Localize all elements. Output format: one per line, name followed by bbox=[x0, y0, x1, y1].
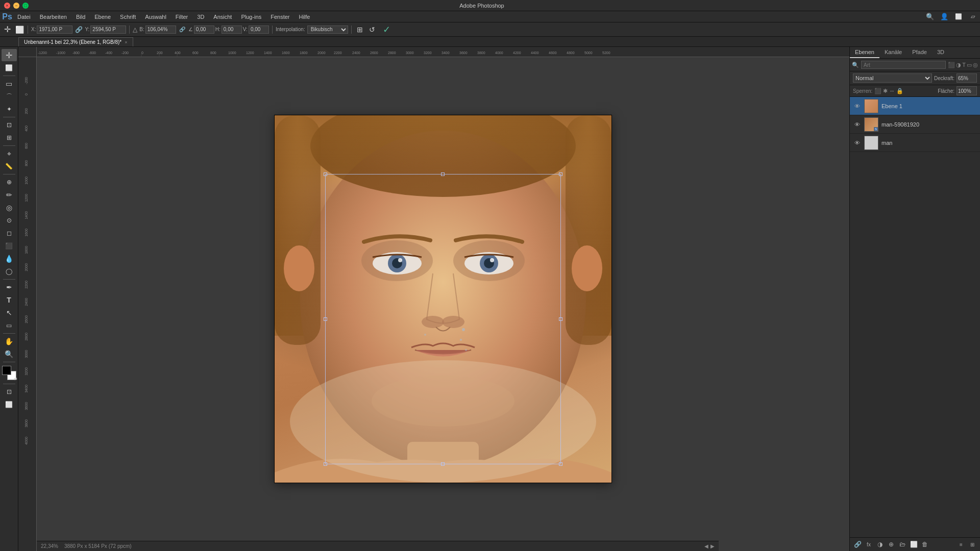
minimize-panel-icon[interactable]: ▱ bbox=[968, 12, 978, 22]
shape-tool[interactable]: ▭ bbox=[2, 319, 17, 332]
lock-all-icon[interactable]: 🔒 bbox=[896, 88, 903, 94]
frame-tool[interactable]: ⊞ bbox=[2, 132, 17, 144]
close-button[interactable]: × bbox=[4, 3, 10, 9]
screen-mode-tool[interactable]: ⬜ bbox=[2, 398, 17, 411]
panel-settings-icon[interactable]: ≡ bbox=[957, 540, 966, 549]
eyedropper-tool[interactable]: ⌖ bbox=[2, 147, 17, 160]
interpolation-select[interactable]: Bikubisch bbox=[307, 26, 348, 34]
menu-hilfe[interactable]: Hilfe bbox=[295, 13, 314, 21]
opacity-input[interactable] bbox=[957, 73, 977, 83]
pen-tool[interactable]: ✒ bbox=[2, 281, 17, 293]
filter-shape-icon[interactable]: ▭ bbox=[967, 62, 972, 68]
photoshop-canvas[interactable] bbox=[275, 115, 611, 483]
svg-text:1200: 1200 bbox=[24, 194, 28, 202]
rotation-input[interactable] bbox=[194, 26, 214, 34]
add-style-icon[interactable]: fx bbox=[864, 540, 873, 549]
x-input[interactable] bbox=[37, 26, 72, 34]
tab-3d[interactable]: 3D bbox=[932, 47, 949, 58]
tab-ebenen[interactable]: Ebenen bbox=[850, 47, 879, 58]
lock-aspect-icon[interactable]: 🔗 bbox=[177, 24, 187, 35]
zoom-tool[interactable]: 🔍 bbox=[2, 348, 17, 360]
path-select-tool[interactable]: ↖ bbox=[2, 307, 17, 319]
dodge-tool[interactable]: ◯ bbox=[2, 265, 17, 278]
brush-tool[interactable]: ✏ bbox=[2, 189, 17, 201]
menu-datei[interactable]: Datei bbox=[13, 13, 35, 21]
profile-icon[interactable]: 👤 bbox=[939, 12, 949, 22]
crop-tool[interactable]: ⊡ bbox=[2, 119, 17, 131]
layer-visibility-ebene1[interactable]: 👁 bbox=[853, 102, 861, 110]
menu-bild[interactable]: Bild bbox=[72, 13, 89, 21]
layer-item-man59[interactable]: 👁 S man-59081920 bbox=[850, 115, 980, 134]
marquee-tool[interactable]: ▭ bbox=[2, 78, 17, 90]
link-layers-icon[interactable]: 🔗 bbox=[853, 540, 862, 549]
layer-visibility-man59[interactable]: 👁 bbox=[853, 120, 861, 129]
color-swatches[interactable]: ⇄ bbox=[2, 366, 16, 380]
confirm-transform-button[interactable]: ✓ bbox=[381, 24, 393, 35]
nav-arrow-left[interactable]: ◀ bbox=[704, 543, 708, 549]
menu-ansicht[interactable]: Ansicht bbox=[209, 13, 236, 21]
layers-search-input[interactable] bbox=[861, 61, 946, 69]
wand-tool[interactable]: ✦ bbox=[2, 103, 17, 115]
lock-position-icon[interactable]: ✱ bbox=[883, 88, 888, 94]
new-adjustment-icon[interactable]: ⊕ bbox=[887, 540, 896, 549]
fill-input[interactable] bbox=[957, 86, 977, 95]
menu-3d[interactable]: 3D bbox=[193, 13, 208, 21]
menu-bearbeiten[interactable]: Bearbeiten bbox=[36, 13, 71, 21]
delete-layer-icon[interactable]: 🗑 bbox=[920, 540, 929, 549]
tab-close-button[interactable]: × bbox=[125, 40, 127, 45]
search-ui-icon[interactable]: 🔍 bbox=[925, 12, 935, 22]
text-tool[interactable]: T bbox=[2, 294, 17, 306]
filter-type-icon[interactable]: T bbox=[962, 62, 966, 68]
menu-plugins[interactable]: Plug-ins bbox=[237, 13, 265, 21]
heal-tool[interactable]: ⊕ bbox=[2, 176, 17, 188]
hand-tool[interactable]: ✋ bbox=[2, 335, 17, 347]
lasso-tool[interactable]: ⌒ bbox=[2, 90, 17, 103]
fill-tool[interactable]: ⬛ bbox=[2, 240, 17, 252]
ruler-tool[interactable]: 📏 bbox=[2, 160, 17, 172]
menu-schrift[interactable]: Schrift bbox=[116, 13, 140, 21]
y-input[interactable] bbox=[90, 26, 126, 34]
layer-visibility-man[interactable]: 👁 bbox=[853, 139, 861, 147]
filter-adjust-icon[interactable]: ◑ bbox=[956, 62, 961, 68]
menu-ebene[interactable]: Ebene bbox=[90, 13, 115, 21]
layer-item-ebene1[interactable]: 👁 Ebene 1 bbox=[850, 97, 980, 115]
blur-tool[interactable]: 💧 bbox=[2, 253, 17, 265]
menu-auswahl[interactable]: Auswahl bbox=[141, 13, 170, 21]
filter-smart-icon[interactable]: ◎ bbox=[973, 62, 978, 68]
tab-pfade[interactable]: Pfade bbox=[907, 47, 932, 58]
win-controls[interactable]: × − □ bbox=[4, 3, 29, 9]
foreground-color-swatch[interactable] bbox=[2, 366, 11, 375]
artboard-tool[interactable]: ⬜ bbox=[2, 62, 17, 74]
layer-mode-select[interactable]: Normal bbox=[853, 73, 932, 83]
move-tool[interactable]: ✛ bbox=[2, 49, 17, 61]
document-tab[interactable]: Unbenannt-1 bei 22,3% (Ebene 1, RGB/8)* … bbox=[18, 37, 133, 46]
menu-fenster[interactable]: Fenster bbox=[266, 13, 293, 21]
reset-transform-icon[interactable]: ↺ bbox=[367, 24, 377, 35]
lock-artboard-icon[interactable]: ↔ bbox=[889, 88, 895, 94]
minimize-button[interactable]: − bbox=[13, 3, 19, 9]
add-mask-icon[interactable]: ◑ bbox=[875, 540, 885, 549]
w-input[interactable] bbox=[145, 26, 176, 34]
v-input[interactable] bbox=[249, 26, 269, 34]
swap-colors-icon[interactable]: ⇄ bbox=[14, 377, 17, 381]
filter-pixel-icon[interactable]: ⬛ bbox=[948, 62, 955, 68]
maximize-button[interactable]: □ bbox=[22, 3, 29, 9]
nav-arrow-right[interactable]: ▶ bbox=[710, 543, 715, 549]
panel-toggle-icon[interactable]: ⬜ bbox=[953, 12, 964, 22]
new-layer-icon[interactable]: ⬜ bbox=[909, 540, 918, 549]
quick-mask-tool[interactable]: ⊡ bbox=[2, 386, 17, 398]
eraser-tool[interactable]: ◻ bbox=[2, 227, 17, 239]
warp-icon[interactable]: ⊞ bbox=[355, 24, 365, 35]
layer-item-man[interactable]: 👁 man bbox=[850, 134, 980, 152]
canvas-viewport[interactable] bbox=[37, 57, 849, 541]
lock-pixel-icon[interactable]: ⬛ bbox=[874, 88, 881, 94]
panel-collapse-icon[interactable]: ⊞ bbox=[968, 540, 977, 549]
transform-reference-icon[interactable]: ⬜ bbox=[14, 24, 24, 35]
history-brush-tool[interactable]: ⊙ bbox=[2, 214, 17, 227]
move-tool-opt-icon[interactable]: ✛ bbox=[2, 24, 12, 35]
tab-kanaele[interactable]: Kanäle bbox=[879, 47, 907, 58]
h-input[interactable] bbox=[222, 26, 242, 34]
new-group-icon[interactable]: 🗁 bbox=[898, 540, 907, 549]
clone-tool[interactable]: ◎ bbox=[2, 202, 17, 214]
menu-filter[interactable]: Filter bbox=[172, 13, 192, 21]
